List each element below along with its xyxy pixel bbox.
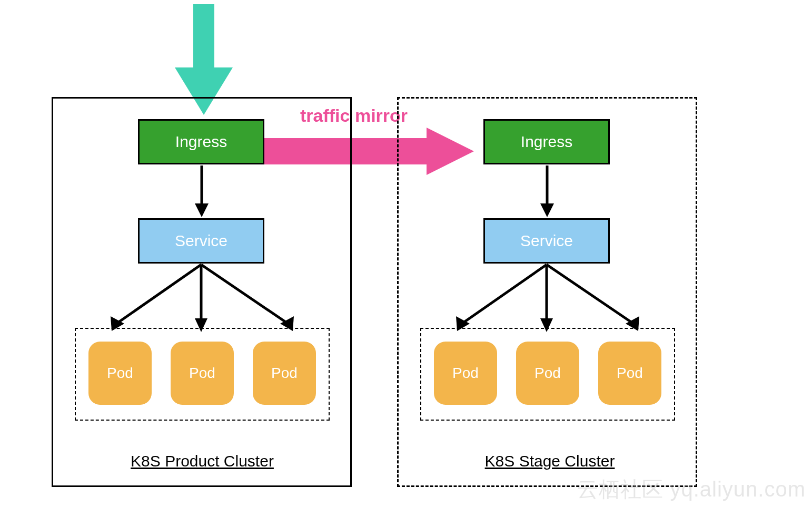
- stage-pod-1-label: Pod: [452, 365, 479, 382]
- product-pod-1-label: Pod: [107, 365, 133, 382]
- stage-cluster-caption: K8S Stage Cluster: [466, 452, 634, 470]
- product-cluster-caption: K8S Product Cluster: [113, 452, 292, 470]
- product-ingress-label: Ingress: [175, 133, 227, 151]
- product-service-node: Service: [138, 218, 264, 264]
- product-ingress-node: Ingress: [138, 119, 264, 164]
- svg-marker-5: [195, 203, 209, 217]
- svg-line-14: [463, 265, 547, 323]
- product-pod-1: Pod: [88, 342, 152, 405]
- stage-ingress-to-service-arrow-icon: [539, 166, 555, 218]
- product-pod-3: Pod: [253, 342, 316, 405]
- svg-line-6: [118, 265, 201, 323]
- product-service-label: Service: [175, 232, 227, 250]
- svg-line-18: [547, 265, 632, 323]
- product-service-fanout-arrow-icon: [79, 265, 325, 338]
- diagram-canvas: traffic mirror Ingress Service Pod Pod P…: [0, 0, 812, 506]
- svg-rect-0: [193, 4, 214, 73]
- stage-pod-2-label: Pod: [534, 365, 561, 382]
- svg-line-10: [201, 265, 286, 323]
- stage-pod-1: Pod: [434, 342, 497, 405]
- svg-marker-13: [540, 203, 554, 217]
- product-ingress-to-service-arrow-icon: [194, 166, 210, 218]
- product-pod-3-label: Pod: [271, 365, 298, 382]
- stage-pod-2: Pod: [516, 342, 579, 405]
- stage-service-label: Service: [520, 232, 573, 250]
- stage-pod-3-label: Pod: [617, 365, 643, 382]
- product-pod-2: Pod: [171, 342, 234, 405]
- product-pod-2-label: Pod: [189, 365, 215, 382]
- stage-ingress-node: Ingress: [483, 119, 610, 164]
- stage-ingress-label: Ingress: [521, 133, 572, 151]
- stage-service-fanout-arrow-icon: [424, 265, 671, 338]
- stage-service-node: Service: [483, 218, 610, 264]
- stage-pod-3: Pod: [598, 342, 661, 405]
